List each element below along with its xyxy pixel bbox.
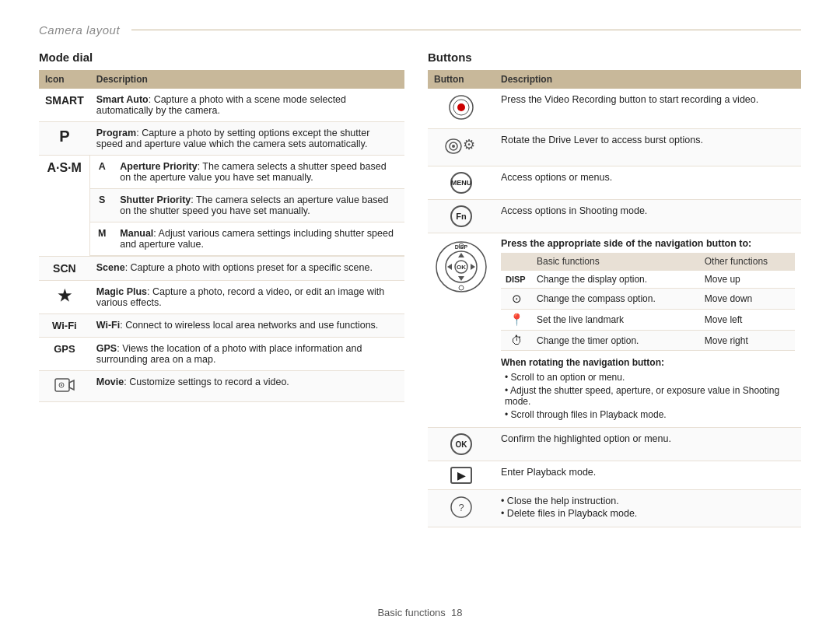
page-footer: Basic functions 18: [0, 607, 840, 618]
compass-other: Move down: [700, 289, 795, 310]
desc-cell-magic: Magic Plus: Capture a photo, record a vi…: [90, 281, 404, 314]
header-line: [131, 30, 801, 30]
table-row: ⊙ Change the compass option. Move down: [501, 289, 795, 310]
nav-inner-table: Basic functions Other functions DISP Cha…: [501, 253, 795, 351]
icon-cell-scn: SCN: [39, 257, 90, 281]
table-row: Wi-Fi Wi-Fi: Connect to wireless local a…: [39, 314, 404, 338]
help-bullet-list: Close the help instruction. Delete files…: [501, 496, 795, 519]
playback-btn-icon: ▶: [450, 467, 472, 484]
table-row-nav: DISP OK: [428, 233, 801, 428]
help-delete-icon: ?: [450, 496, 473, 519]
table-row: ⚙ Rotate the Drive Lever to access burst…: [428, 129, 801, 166]
svg-marker-16: [458, 276, 464, 281]
table-row: S Shutter Priority: The camera selects a…: [90, 189, 404, 222]
svg-point-20: [459, 285, 464, 290]
table-row: ★ Magic Plus: Capture a photo, record a …: [39, 281, 404, 314]
table-row: M Manual: Adjust various camera settings…: [90, 222, 404, 256]
mode-col-icon: Icon: [39, 70, 90, 89]
drive-lever-desc: Rotate the Drive Lever to access burst o…: [495, 129, 801, 166]
navigation-button-icon: DISP OK: [434, 240, 488, 294]
ok-btn-desc: Confirm the highlighted option or menu.: [495, 428, 801, 461]
svg-marker-17: [447, 264, 452, 270]
icon-cell-smart: SMART: [39, 89, 90, 122]
video-btn-desc: Press the Video Recording button to star…: [495, 89, 801, 129]
desc-cell-scn: Scene: Capture a photo with options pres…: [90, 257, 404, 281]
icon-cell-movie: [39, 371, 90, 402]
mode-dial-table: Icon Description SMART Smart Auto: Captu…: [39, 70, 404, 402]
scn-icon: SCN: [53, 262, 76, 275]
desc-bold-p: Program: [96, 128, 136, 138]
mode-dial-section: Mode dial Icon Description SMART: [39, 51, 404, 527]
svg-point-3: [61, 384, 62, 386]
table-row: A Aperture Priority: The camera selects …: [90, 156, 404, 189]
svg-point-9: [452, 145, 455, 148]
ok-btn-icon: OK: [450, 433, 472, 455]
table-row: DISP Change the display option. Move up: [501, 271, 795, 289]
video-recording-icon: [448, 94, 474, 121]
disp-basic: Change the display option.: [532, 271, 700, 289]
nav-col-basic: Basic functions: [532, 253, 700, 271]
btn-col-button: Button: [428, 70, 495, 89]
menu-btn-cell: MENU: [428, 166, 495, 200]
m-letter: M: [90, 222, 114, 256]
svg-text:DISP: DISP: [455, 244, 468, 250]
help-btn-cell: ?: [428, 490, 495, 527]
svg-text:OK: OK: [457, 264, 466, 271]
table-row-asm: A·S·M A Aperture Priority: The camera se…: [39, 156, 404, 257]
table-row: ? Close the help instruction. Delete fil…: [428, 490, 801, 527]
movie-icon: [54, 377, 75, 394]
landmark-other: Move left: [700, 310, 795, 331]
table-row: OK Confirm the highlighted option or men…: [428, 428, 801, 461]
a-letter: A: [90, 156, 114, 189]
buttons-section: Buttons Button Description: [428, 51, 801, 527]
list-item: Delete files in Playback mode.: [501, 508, 795, 519]
gps-icon: GPS: [54, 343, 75, 355]
table-row: 📍 Set the live landmark Move left: [501, 310, 795, 331]
page-title: Camera layout: [39, 23, 120, 37]
svg-text:?: ?: [458, 502, 464, 513]
mode-col-desc: Description: [90, 70, 404, 89]
desc-cell-gps: GPS: Views the location of a photo with …: [90, 338, 404, 371]
p-icon: P: [59, 128, 69, 145]
page-header: Camera layout: [39, 23, 801, 37]
wifi-icon: Wi-Fi: [52, 320, 77, 331]
table-row: ▶ Enter Playback mode.: [428, 461, 801, 490]
landmark-key: 📍: [501, 310, 532, 331]
compass-basic: Change the compass option.: [532, 289, 700, 310]
nav-col-key: [501, 253, 532, 271]
s-letter: S: [90, 189, 114, 222]
svg-marker-15: [458, 253, 464, 257]
icon-cell-wifi: Wi-Fi: [39, 314, 90, 338]
fn-btn-icon: Fn: [450, 205, 472, 227]
timer-basic: Change the timer option.: [532, 331, 700, 351]
svg-text:⚙: ⚙: [463, 137, 475, 152]
ok-btn-cell: OK: [428, 428, 495, 461]
fn-btn-desc: Access options in Shooting mode.: [495, 200, 801, 233]
smart-icon: SMART: [45, 94, 84, 107]
compass-key: ⊙: [501, 289, 532, 310]
icon-cell-gps: GPS: [39, 338, 90, 371]
nav-btn-cell: DISP OK: [428, 233, 495, 428]
rotating-nav-list: Scroll to an option or menu. Adjust the …: [501, 372, 795, 420]
playback-btn-desc: Enter Playback mode.: [495, 461, 801, 490]
timer-other: Move right: [700, 331, 795, 351]
icon-cell-p: P: [39, 122, 90, 156]
buttons-title: Buttons: [428, 51, 801, 64]
table-row: MENU Access options or menus.: [428, 166, 801, 200]
table-row: ⏱ Change the timer option. Move right: [501, 331, 795, 351]
nav-btn-desc-cell: Press the appropriate side of the naviga…: [495, 233, 801, 428]
table-row: Movie: Customize settings to record a vi…: [39, 371, 404, 402]
asm-inner-cell: A Aperture Priority: The camera selects …: [90, 156, 404, 257]
video-btn-cell: [428, 89, 495, 129]
magic-plus-icon: ★: [58, 287, 72, 304]
menu-btn-desc: Access options or menus.: [495, 166, 801, 200]
icon-cell-magic: ★: [39, 281, 90, 314]
m-desc: Manual: Adjust various camera settings i…: [114, 222, 404, 256]
table-row: Fn Access options in Shooting mode.: [428, 200, 801, 233]
list-item: Scroll through files in Playback mode.: [505, 409, 795, 420]
table-row: SCN Scene: Capture a photo with options …: [39, 257, 404, 281]
menu-btn-icon: MENU: [450, 172, 472, 194]
s-desc: Shutter Priority: The camera selects an …: [114, 189, 404, 222]
desc-cell-smart: Smart Auto: Capture a photo with a scene…: [90, 89, 404, 122]
btn-col-desc: Description: [495, 70, 801, 89]
